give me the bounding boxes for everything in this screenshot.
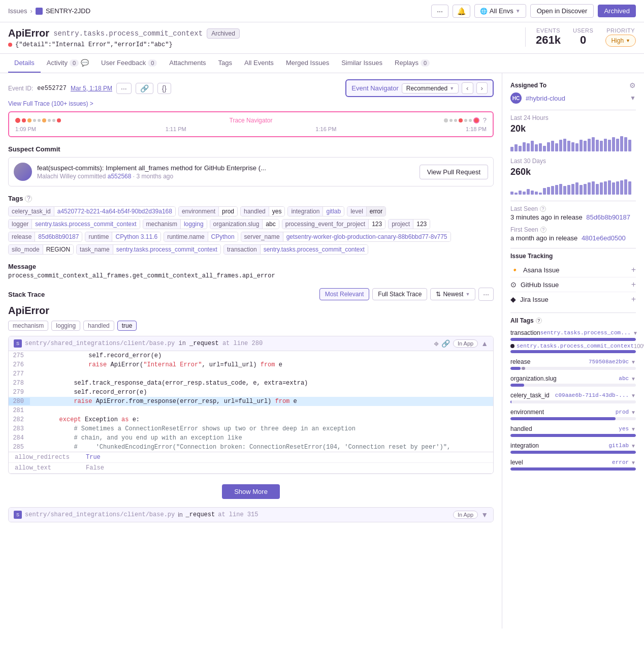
open-in-discover-button[interactable]: Open in Discover <box>530 4 594 18</box>
tag-val-transaction[interactable]: sentry.tasks.process_com... <box>540 330 631 336</box>
most-relevant-button[interactable]: Most Relevant <box>319 288 370 300</box>
asana-plus-icon[interactable]: + <box>631 265 636 274</box>
integration-chevron-icon[interactable]: ▼ <box>631 443 636 449</box>
line-content: raise ApiError("Internal Error", url=ful… <box>30 361 493 368</box>
trace-question-icon[interactable]: ? <box>483 116 487 124</box>
progress-bar-org <box>510 384 636 387</box>
tab-activity[interactable]: Activity 0 💬 <box>41 54 95 73</box>
tab-all-events[interactable]: All Events <box>238 54 280 73</box>
first-seen-info-icon[interactable]: ? <box>540 227 546 233</box>
tag-val[interactable]: abc <box>263 220 278 229</box>
event-time[interactable]: Mar 5, 1:18 PM <box>71 85 112 92</box>
jira-issue-row[interactable]: ◆ Jira Issue + <box>510 292 636 306</box>
event-more-button[interactable]: ··· <box>116 83 132 94</box>
tag-val[interactable]: sentry.tasks.process_commit_context <box>113 245 220 254</box>
github-link-button[interactable]: ⎆ <box>434 339 438 348</box>
next-event-button[interactable]: › <box>476 82 488 94</box>
last-seen-link[interactable]: 85d6b8b90187 <box>586 213 630 221</box>
tag-val-org[interactable]: abc <box>619 376 629 382</box>
prev-event-button[interactable]: ‹ <box>462 82 473 94</box>
copy-link-button[interactable]: 🔗 <box>441 339 450 348</box>
event-nav-label: Event Navigator <box>351 84 399 92</box>
tab-similar-issues[interactable]: Similar Issues <box>335 54 389 73</box>
gear-icon[interactable]: ⚙ <box>629 81 636 89</box>
jira-plus-icon[interactable]: + <box>631 295 636 304</box>
priority-badge[interactable]: High ▼ <box>605 35 636 47</box>
tab-merged-issues[interactable]: Merged Issues <box>280 54 335 73</box>
code-frame-2: S sentry/shared_integrations/client/base… <box>8 507 494 522</box>
tag-sub-val[interactable]: sentry.tasks.process_commit_context <box>517 343 634 349</box>
last-seen-label-text: Last Seen <box>510 205 538 212</box>
recommended-selector[interactable]: Recommended ▼ <box>402 83 459 93</box>
tag-val-error[interactable]: error <box>367 207 385 216</box>
transaction-chevron-icon[interactable]: ▼ <box>633 330 638 336</box>
suspect-commit-title: Suspect Commit <box>8 145 494 153</box>
tag-val[interactable]: REGION <box>43 245 73 254</box>
more-button[interactable]: ··· <box>431 5 448 18</box>
stack-more-button[interactable]: ··· <box>478 288 494 301</box>
stack-trace-header-row: Stack Trace Most Relevant Full Stack Tra… <box>8 288 494 301</box>
tag-val[interactable]: sentry.tasks.process_commit_context <box>261 245 368 254</box>
tag-val[interactable]: yes <box>269 207 285 216</box>
tag-val-celery[interactable]: c09aae6b-711d-43db-... <box>555 392 629 398</box>
tags-info-icon[interactable]: ? <box>25 195 32 202</box>
all-tags-info-icon[interactable]: ? <box>536 318 542 324</box>
tab-replays[interactable]: Replays 0 <box>389 54 436 73</box>
tag-val[interactable]: 123 <box>369 220 385 229</box>
env-chevron-icon[interactable]: ▼ <box>631 410 636 415</box>
tag-val-level[interactable]: error <box>612 459 629 465</box>
tag-item-release: release 85d6b8b90187 <box>8 232 82 242</box>
full-stack-trace-button[interactable]: Full Stack Trace <box>372 288 427 300</box>
tab-attachments[interactable]: Attachments <box>163 54 212 73</box>
asana-issue-row[interactable]: 🔸 Asana Issue + <box>510 263 636 277</box>
view-pull-request-button[interactable]: View Pull Request <box>420 165 488 179</box>
assignee-chevron-icon[interactable]: ▼ <box>630 95 636 102</box>
link-button[interactable]: 🔗 <box>136 83 153 94</box>
commit-hash[interactable]: a552568 <box>108 173 132 180</box>
tag-val-handled[interactable]: yes <box>619 426 629 432</box>
first-seen-link[interactable]: 4801e6ed0500 <box>582 234 626 242</box>
celery-chevron-icon[interactable]: ▼ <box>631 393 636 398</box>
org-chevron-icon[interactable]: ▼ <box>631 376 636 382</box>
team-avatar: HC <box>510 92 522 104</box>
tag-val-env[interactable]: prod <box>616 409 629 415</box>
code-button[interactable]: {} <box>157 83 171 94</box>
tag-val-release[interactable]: 759508ae2b9c <box>589 359 629 365</box>
collapse-frame-button[interactable]: ▲ <box>481 339 488 348</box>
tag-key: transaction <box>224 245 261 254</box>
trace-dot-9 <box>57 118 61 122</box>
level-chevron-icon[interactable]: ▼ <box>631 460 636 465</box>
breadcrumb-issues[interactable]: Issues <box>8 7 27 15</box>
env-selector[interactable]: 🌐 All Envs ▼ <box>474 4 526 18</box>
tag-val[interactable]: sentry.tasks.process_commit_context <box>32 220 139 229</box>
handled-chevron-icon[interactable]: ▼ <box>631 426 636 432</box>
trace-time-2: 1:11 PM <box>166 126 186 132</box>
show-more-button[interactable]: Show More <box>222 484 280 499</box>
tag-val[interactable]: prod <box>219 207 237 216</box>
release-chevron-icon[interactable]: ▼ <box>631 359 636 365</box>
github-plus-icon[interactable]: + <box>631 280 636 289</box>
tag-val[interactable]: a4520772-b221-4a64-b54f-90bd2d39a168 <box>54 207 175 216</box>
github-issue-row[interactable]: ⊙ GitHub Issue + <box>510 277 636 292</box>
tab-user-feedback[interactable]: User Feedback 0 <box>95 54 163 73</box>
frame-at-line: at line 280 <box>222 340 263 347</box>
view-trace-link[interactable]: View Full Trace (100+ issues) > <box>8 100 93 107</box>
tag-val[interactable]: CPython <box>208 232 238 241</box>
last-seen-info-icon[interactable]: ? <box>540 206 546 212</box>
notification-button[interactable]: 🔔 <box>453 5 470 18</box>
archived-button[interactable]: Archived <box>598 5 636 17</box>
tag-item-silo-mode: silo_mode REGION <box>8 244 74 255</box>
issue-id[interactable]: SENTRY-2JDD <box>46 7 90 15</box>
team-name[interactable]: #hybrid-cloud <box>526 95 565 102</box>
tab-tags[interactable]: Tags <box>212 54 238 73</box>
tag-val[interactable]: getsentry-worker-glob-production-canary-… <box>283 232 450 241</box>
tag-val[interactable]: 123 <box>413 220 430 229</box>
tag-val[interactable]: gitlab <box>323 207 344 216</box>
tab-details[interactable]: Details <box>8 54 41 73</box>
sort-button[interactable]: ⇅ Newest ▼ <box>430 288 475 300</box>
tag-val[interactable]: 85d6b8b90187 <box>35 232 82 241</box>
tag-val[interactable]: CPython 3.11.6 <box>112 232 160 241</box>
collapse-frame2-button[interactable]: ▼ <box>481 511 488 519</box>
tag-val[interactable]: logging <box>181 220 207 229</box>
tag-val-integration[interactable]: gitlab <box>608 443 629 449</box>
